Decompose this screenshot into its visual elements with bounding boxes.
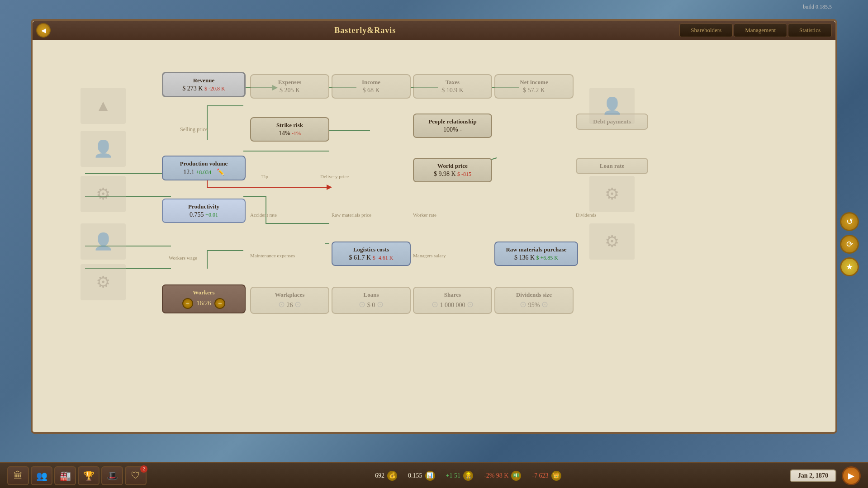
stat-money: -2% 98 K 💵 xyxy=(484,471,521,481)
dividends-label: Dividends xyxy=(576,212,596,218)
world-price-card[interactable]: World price $ 9.98 K $ -815 xyxy=(413,158,492,182)
maintenance-label: Maintenance expenses xyxy=(250,253,295,258)
worker-rate-label: Worker rate xyxy=(413,212,436,218)
shareholders-tab[interactable]: Shareholders xyxy=(679,24,733,37)
connectors xyxy=(40,47,828,425)
crown-icon: 👑 xyxy=(551,471,561,481)
flow-diagram: Revenue $ 273 K $ -20.8 K Expenses $ 205… xyxy=(40,47,828,425)
stat-crown: -7 623 👑 xyxy=(532,471,561,481)
loan-rate-card: Loan rate xyxy=(576,158,648,174)
expenses-label: Expenses xyxy=(256,79,323,86)
stat-rate: 0.155 📊 xyxy=(408,471,435,481)
nav-buttons: Shareholders Management Statistics xyxy=(679,24,832,37)
production-volume-card[interactable]: Production volume 12.1 +8.034 ✏️ xyxy=(162,156,246,180)
workers-stat-value: +1 51 xyxy=(446,472,460,479)
taskbar-stats: 692 💰 0.155 📊 +1 51 👷 -2% 98 K 💵 -7 623 … xyxy=(148,471,788,481)
refresh-button[interactable]: ↺ xyxy=(840,212,859,231)
rate-value: 0.155 xyxy=(408,472,422,479)
dividends-size-card: Dividends size ⊙ 95% ⊙ xyxy=(494,287,574,314)
date-display: Jan 2, 1870 xyxy=(790,469,836,482)
raw-materials-purchase-card[interactable]: Raw materials purchase $ 136 K $ +6.85 K xyxy=(494,242,578,266)
workers-wage-label: Workers wage xyxy=(169,255,197,261)
stat-workers: +1 51 👷 xyxy=(446,471,473,481)
revenue-value: $ 273 K $ -20.8 K xyxy=(169,85,239,92)
taxes-label: Taxes xyxy=(419,79,486,86)
revenue-card[interactable]: Revenue $ 273 K $ -20.8 K xyxy=(162,72,246,97)
workers-card[interactable]: Workers − 16/26 + xyxy=(162,284,246,313)
content-area: Revenue $ 273 K $ -20.8 K Expenses $ 205… xyxy=(33,40,835,432)
workplaces-label: Workplaces xyxy=(256,291,323,298)
shares-label: Shares xyxy=(419,291,486,298)
taskbar-icon-5[interactable]: 🛡 2 xyxy=(125,466,147,485)
loans-card: Loans ⊙ $ 0 ⊙ xyxy=(332,287,411,314)
shares-card: Shares ⊙ 1 000 000 ⊙ xyxy=(413,287,492,314)
portrait-r3: ⚙ xyxy=(589,223,635,260)
portrait-2: 👤 xyxy=(81,131,126,167)
net-income-label: Net income xyxy=(501,79,567,86)
prod-vol-label: Production volume xyxy=(168,160,239,167)
back-button[interactable]: ◀ xyxy=(36,23,51,38)
taskbar-icon-2[interactable]: 🏭 xyxy=(54,466,76,485)
strike-risk-label: Strike risk xyxy=(256,122,323,129)
increase-workers-button[interactable]: + xyxy=(214,298,225,309)
money-value: -2% 98 K xyxy=(484,472,508,479)
taskbar-badge: 2 xyxy=(140,465,147,473)
portrait-3: ⚙ xyxy=(81,176,126,212)
income-label: Income xyxy=(338,79,404,86)
portrait-4: 👤 xyxy=(81,223,126,260)
portrait-r1: 👤 xyxy=(589,88,635,124)
productivity-card[interactable]: Productivity 0.755 +0.01 xyxy=(162,199,246,223)
net-income-card: Net income $ 57.2 K xyxy=(494,74,574,99)
workers-stat-icon: 👷 xyxy=(463,471,473,481)
raw-materials-price-label: Raw materials price xyxy=(332,212,371,218)
selling-price-label: Selling price xyxy=(180,126,208,133)
tip-label: Tip xyxy=(261,174,268,179)
money-icon: 💵 xyxy=(511,471,521,481)
income-card: Income $ 68 K xyxy=(332,74,411,99)
workers-count: 16/26 xyxy=(197,300,211,307)
world-price-label: World price xyxy=(419,162,486,170)
raw-mat-label: Raw materials purchase xyxy=(501,246,572,253)
star-button[interactable]: ★ xyxy=(840,257,859,276)
crown-value: -7 623 xyxy=(532,472,548,479)
taskbar-icon-3[interactable]: 🏆 xyxy=(78,466,100,485)
main-window: ◀ Basterly&Ravis Shareholders Management… xyxy=(31,19,837,434)
decrease-workers-button[interactable]: − xyxy=(182,298,193,309)
taskbar: 🏛 👥 🏭 🏆 🎩 🛡 2 692 💰 0.155 📊 +1 51 👷 -2% … xyxy=(0,462,868,488)
portrait-r2: ⚙ xyxy=(589,176,635,212)
people-relationship-card[interactable]: People relationship 100% - xyxy=(413,114,492,138)
dividends-size-label: Dividends size xyxy=(501,291,567,298)
top-bar: ◀ Basterly&Ravis Shareholders Management… xyxy=(33,21,835,40)
stat-population: 692 💰 xyxy=(375,471,397,481)
rate-icon: 📊 xyxy=(425,471,435,481)
people-rel-label: People relationship xyxy=(419,118,486,125)
right-side-panel: ↺ ⟳ ★ xyxy=(840,212,859,276)
portrait-1: ▲ xyxy=(81,88,126,124)
logistics-card[interactable]: Logistics costs $ 61.7 K $ -4.61 K xyxy=(332,242,411,266)
portrait-5: ⚙ xyxy=(81,264,126,300)
revenue-label: Revenue xyxy=(169,77,239,84)
statistics-tab[interactable]: Statistics xyxy=(788,24,832,37)
expenses-card: Expenses $ 205 K xyxy=(250,74,329,99)
management-tab[interactable]: Management xyxy=(734,24,787,37)
company-title: Basterly&Ravis xyxy=(51,26,679,35)
taskbar-icon-1[interactable]: 👥 xyxy=(31,466,52,485)
accident-rate-label: Accident rate xyxy=(250,212,277,218)
logistics-label: Logistics costs xyxy=(338,246,404,253)
worker-controls: − 16/26 + xyxy=(168,298,239,309)
build-version: build 0.185.5 xyxy=(803,4,832,10)
taskbar-icon-4[interactable]: 🎩 xyxy=(101,466,123,485)
workers-label: Workers xyxy=(168,289,239,296)
population-icon: 💰 xyxy=(387,471,397,481)
managers-salary-label: Managers salary xyxy=(413,253,446,258)
strike-risk-card[interactable]: Strike risk 14% -1% xyxy=(250,117,329,142)
play-button[interactable]: ▶ xyxy=(842,466,861,485)
taskbar-icon-0[interactable]: 🏛 xyxy=(7,466,29,485)
sync-button[interactable]: ⟳ xyxy=(840,235,859,254)
workplaces-card: Workplaces ⊙ 26 ⊙ xyxy=(250,287,329,314)
loan-rate-label: Loan rate xyxy=(582,162,642,170)
delivery-price-label: Delivery price xyxy=(320,174,349,179)
population-value: 692 xyxy=(375,472,384,479)
productivity-label: Productivity xyxy=(168,203,239,210)
loans-label: Loans xyxy=(338,291,404,298)
